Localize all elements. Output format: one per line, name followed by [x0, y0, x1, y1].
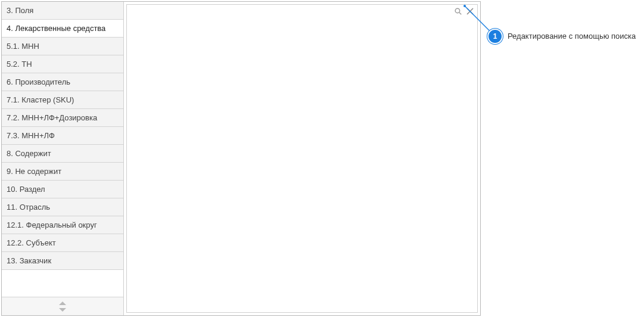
sidebar-item-label: 6. Производитель	[7, 77, 70, 86]
sidebar-item[interactable]: 9. Не содержит	[2, 163, 123, 181]
sidebar-item-label: 9. Не содержит	[7, 167, 61, 176]
sidebar-item[interactable]: 5.2. ТН	[2, 55, 123, 73]
scroll-down-icon[interactable]	[59, 308, 66, 312]
sidebar-item[interactable]: 5.1. МНН	[2, 38, 123, 55]
sidebar-item[interactable]: 7.1. Кластер (SKU)	[2, 91, 123, 109]
sidebar-item[interactable]: 12.2. Субъект	[2, 234, 123, 252]
sidebar-item[interactable]: 3. Поля	[2, 2, 123, 20]
sidebar-item[interactable]: 10. Раздел	[2, 181, 123, 198]
callout-badge-1: 1	[489, 30, 502, 43]
sidebar-item[interactable]: 8. Содержит	[2, 145, 123, 163]
sidebar-item-label: 13. Заказчик	[7, 256, 51, 265]
search-icon[interactable]	[453, 7, 463, 16]
sidebar-item-label: 7.1. Кластер (SKU)	[7, 95, 74, 104]
svg-line-1	[459, 13, 461, 14]
sidebar-item-label: 7.3. МНН+ЛФ	[7, 131, 55, 140]
callout-number-1: 1	[493, 32, 497, 41]
sidebar-item[interactable]: 12.1. Федеральный округ	[2, 216, 123, 234]
content-area	[124, 2, 480, 315]
sidebar-item[interactable]: 13. Заказчик	[2, 252, 123, 270]
sidebar-item-label: 10. Раздел	[7, 185, 45, 194]
sidebar-item[interactable]: 6. Производитель	[2, 73, 123, 91]
sidebar-item[interactable]: 7.3. МНН+ЛФ	[2, 127, 123, 145]
sidebar-item-label: 5.2. ТН	[7, 60, 32, 69]
sidebar-item[interactable]: 7.2. МНН+ЛФ+Дозировка	[2, 109, 123, 127]
callout-text-1: Редактирование с помощью поиска	[508, 32, 636, 41]
sidebar-item-label: 5.1. МНН	[7, 42, 39, 51]
content-panel	[126, 4, 478, 313]
sidebar-scroller	[2, 297, 123, 315]
sidebar-list: 3. Поля4. Лекарственные средства5.1. МНН…	[2, 2, 123, 297]
sidebar-item-label: 11. Отрасль	[7, 203, 50, 212]
sidebar-item-label: 12.1. Федеральный округ	[7, 220, 97, 229]
sidebar-item-label: 8. Содержит	[7, 149, 51, 158]
sidebar-item[interactable]: 4. Лекарственные средства	[2, 20, 123, 38]
sidebar-item-label: 3. Поля	[7, 6, 33, 15]
svg-point-0	[455, 8, 460, 13]
sidebar-item-label: 12.2. Субъект	[7, 238, 56, 247]
svg-point-5	[463, 5, 466, 7]
sidebar-item-label: 7.2. МНН+ЛФ+Дозировка	[7, 113, 97, 122]
sidebar-item[interactable]: 11. Отрасль	[2, 198, 123, 216]
sidebar-item-label: 4. Лекарственные средства	[7, 24, 105, 33]
app-window: 3. Поля4. Лекарственные средства5.1. МНН…	[1, 1, 481, 316]
sidebar: 3. Поля4. Лекарственные средства5.1. МНН…	[2, 2, 124, 315]
scroll-up-icon[interactable]	[59, 302, 66, 305]
